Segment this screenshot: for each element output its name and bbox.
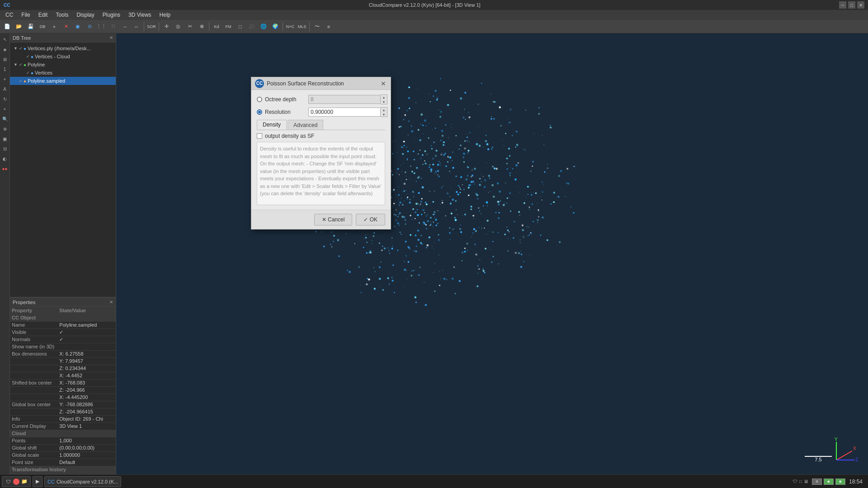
toolbar-grid[interactable]: ⋮⋮ [96,21,107,32]
menu-cc[interactable]: CC [2,11,17,19]
prop-val-5 [57,343,116,350]
tree-item-0[interactable]: ▼✓●Vertices.ply (/home/a/Desk... [10,44,116,52]
toolbar-arrow2[interactable]: ↔ [131,21,142,32]
toolbar-kd[interactable]: Kd [211,21,222,32]
prop-key-21: Point size [10,459,57,466]
close-button[interactable]: ✕ [857,1,864,9]
octree-depth-spinbox: ▲ ▼ [308,94,387,104]
maximize-button[interactable]: □ [848,1,855,9]
toolbar-merge[interactable]: ⊗ [196,21,207,32]
svg-point-483 [463,153,465,155]
strip-btn-3[interactable]: ⊞ [1,55,9,63]
db-tree-close[interactable]: ✕ [109,35,113,40]
svg-point-774 [478,268,480,270]
minimize-button[interactable]: ─ [839,1,846,9]
svg-point-365 [401,146,402,148]
shield-icon: 🛡 [793,479,797,484]
toolbar-cross[interactable]: ✛ [161,21,172,32]
tree-item-2[interactable]: ▼✓●Polyline [10,61,116,69]
strip-btn-11[interactable]: ▣ [1,135,9,143]
svg-point-261 [442,202,443,203]
octree-depth-up[interactable]: ▲ [381,95,387,99]
ok-button[interactable]: ✓ OK [356,214,385,225]
cancel-button[interactable]: ✕ Cancel [314,214,353,225]
toolbar-cc1[interactable]: ◉ [72,21,83,32]
strip-btn-2[interactable]: ◈ [1,45,9,53]
resolution-radio[interactable] [257,109,262,115]
toolbar-globe[interactable]: 🌐 [258,21,269,32]
octree-depth-down[interactable]: ▼ [381,99,387,104]
toolbar-scissors[interactable]: ✂ [184,21,195,32]
menu-3dviews[interactable]: 3D Views [125,11,155,19]
toolbar-nc[interactable]: N+C [285,21,296,32]
tree-item-1[interactable]: ▼✓●Vertices - Cloud [10,52,116,61]
svg-point-188 [566,168,568,169]
svg-point-473 [524,202,525,204]
octree-depth-radio[interactable] [257,97,262,102]
toolbar-plus[interactable]: + [49,21,60,32]
toolbar-wave[interactable]: 〜 [311,21,322,32]
svg-point-705 [392,206,393,206]
toolbar-extra[interactable]: ≡ [323,21,334,32]
dialog-close-button[interactable]: ✕ [380,80,387,87]
resolution-down[interactable]: ▼ [381,112,387,117]
strip-btn-14[interactable]: ●● [1,164,9,173]
strip-btn-5[interactable]: + [1,75,9,83]
svg-point-614 [523,261,524,263]
strip-btn-6[interactable]: A [1,85,9,93]
tab-advanced[interactable]: Advanced [288,120,323,130]
svg-point-149 [455,219,457,221]
toolbar-save[interactable]: 💾 [25,21,36,32]
strip-btn-13[interactable]: ◐ [1,155,9,163]
svg-point-741 [397,222,399,225]
menu-tools[interactable]: Tools [52,11,72,19]
toolbar-sq[interactable]: □ [235,21,245,32]
viewport[interactable]: X Y Z 7.5 [116,33,868,478]
menu-display[interactable]: Display [73,11,98,19]
toolbar-target[interactable]: ◎ [173,21,184,32]
toolbar-sor[interactable]: SOR [146,21,157,32]
svg-point-715 [493,196,495,198]
toolbar-cam[interactable]: 🎥 [246,21,257,32]
properties-title: Properties [13,300,35,305]
strip-btn-10[interactable]: ⊕ [1,125,9,133]
strip-btn-zoom[interactable]: 🔍 [1,115,9,123]
taskbar-cloudcompare[interactable]: CC CloudCompare v2.12.0 (K... [44,476,121,487]
toolbar-sample[interactable]: ∷ [108,21,118,32]
toolbar-x[interactable]: ✕ [61,21,71,32]
toolbar-cc2[interactable]: ⊙ [84,21,95,32]
menu-plugins[interactable]: Plugins [99,11,124,19]
resolution-input[interactable] [308,108,381,117]
toolbar-new[interactable]: 📄 [2,21,13,32]
svg-point-682 [415,203,418,205]
taskbar-terminal[interactable]: ▶ [33,476,42,487]
toolbar-arrow[interactable]: → [119,21,130,32]
svg-point-702 [471,208,472,210]
toolbar-db[interactable]: DB [37,21,48,32]
tab-density[interactable]: Density [257,120,287,130]
toolbar-fm[interactable]: FM [223,21,234,32]
strip-btn-rotate[interactable]: ↻ [1,95,9,103]
properties-close[interactable]: ✕ [109,300,113,305]
strip-btn-8[interactable]: + [1,105,9,113]
svg-point-12 [416,181,417,182]
strip-btn-4[interactable]: 1 [1,65,9,73]
toolbar-mls[interactable]: MLS [297,21,307,32]
menu-edit[interactable]: Edit [35,11,52,19]
toolbar-earth[interactable]: 🌍 [270,21,281,32]
svg-point-734 [509,155,510,156]
svg-point-331 [472,169,473,171]
tree-item-3[interactable]: ▼✓●Vertices [10,69,116,77]
strip-btn-1[interactable]: ↖ [1,35,9,43]
toolbar-open[interactable]: 📂 [14,21,24,32]
tree-item-4[interactable]: ▼✓●Polyline.sampled [10,77,116,85]
svg-point-356 [469,132,471,134]
svg-point-45 [389,253,390,254]
density-checkbox[interactable] [257,133,262,139]
strip-btn-12[interactable]: ⊟ [1,145,9,153]
resolution-up[interactable]: ▲ [381,108,387,112]
menu-file[interactable]: File [18,11,33,19]
svg-point-311 [453,266,454,267]
octree-depth-input[interactable] [308,95,381,104]
menu-help[interactable]: Help [156,11,175,19]
